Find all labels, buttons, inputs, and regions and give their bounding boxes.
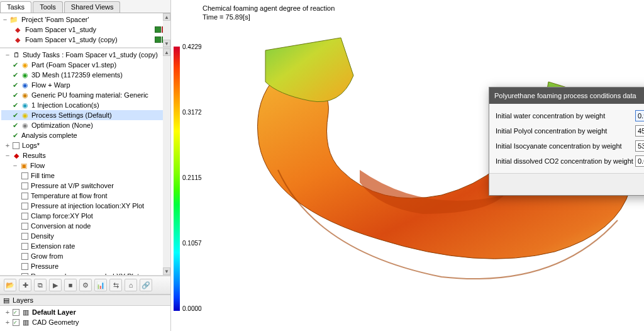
result-item-label: Ram speed, recommended:XY Plot — [31, 272, 139, 276]
flow-icon: ◉ — [21, 81, 29, 89]
flow-icon: ▣ — [20, 162, 28, 169]
results-node[interactable]: − ◆ Results — [1, 150, 170, 160]
tab-tools[interactable]: Tools — [33, 1, 63, 13]
new-icon[interactable]: ✚ — [19, 279, 31, 291]
result-item[interactable]: Pressure at injection location:XY Plot — [1, 201, 170, 211]
study-item[interactable]: ✔◉Generic PU foaming material: Generic — [1, 90, 170, 100]
viewport-3d[interactable]: Chemical foaming agent degree of reactio… — [171, 0, 644, 331]
study-item[interactable]: ✔◉Part (Foam Spacer v1.step) — [1, 60, 170, 70]
copy-icon[interactable]: ⧉ — [34, 279, 47, 291]
result-item[interactable]: Fill time — [1, 171, 170, 181]
result-title: Chemical foaming agent degree of reactio… — [203, 4, 335, 13]
expand-icon[interactable]: + — [4, 318, 11, 326]
logs-node[interactable]: + Logs* — [1, 140, 170, 150]
collapse-icon[interactable]: − — [1, 16, 9, 23]
checkbox[interactable] — [21, 223, 28, 230]
expand-icon[interactable]: + — [4, 308, 11, 316]
checkbox[interactable] — [21, 203, 28, 210]
run-icon[interactable]: ▶ — [49, 279, 62, 291]
study-item[interactable]: ✔◉Process Settings (Default) — [1, 110, 170, 120]
collapse-icon[interactable]: − — [4, 152, 11, 159]
check-icon: ✔ — [11, 121, 19, 129]
result-item-label: Fill time — [31, 172, 55, 179]
dialog-field-row: Initial dissolved CO2 concentration by w… — [496, 154, 644, 168]
field-input[interactable] — [635, 125, 644, 137]
link-icon[interactable]: 🔗 — [140, 279, 152, 291]
field-label: Initial dissolved CO2 concentration by w… — [496, 157, 635, 165]
tab-shared-views[interactable]: Shared Views — [64, 1, 121, 13]
scrollbar[interactable]: ▲ ▼ — [163, 48, 170, 275]
tab-tasks[interactable]: Tasks — [0, 1, 31, 13]
result-item[interactable]: Pressure at V/P switchover — [1, 181, 170, 191]
stop-icon[interactable]: ■ — [64, 279, 77, 291]
legend-tick: 0.0000 — [182, 305, 202, 312]
checkbox[interactable] — [21, 213, 28, 220]
result-item[interactable]: Extension rate — [1, 241, 170, 251]
chart-icon[interactable]: 📊 — [94, 279, 107, 291]
result-item[interactable]: Density — [1, 231, 170, 241]
result-item-label: Grow from — [31, 252, 63, 260]
study-item-label: Optimization (None) — [31, 121, 93, 129]
checkbox[interactable] — [21, 253, 28, 260]
result-item-label: Pressure at injection location:XY Plot — [31, 202, 144, 210]
flow-label: Flow — [30, 162, 45, 169]
study-header[interactable]: − 🗒 Study Tasks : Foam Spacer v1_study (… — [1, 50, 170, 60]
collapse-icon[interactable]: − — [4, 51, 11, 59]
field-input[interactable] — [635, 155, 644, 167]
project-study-1[interactable]: ◆ Foam Spacer v1_study — [1, 25, 170, 35]
part-icon: ◉ — [21, 61, 29, 69]
checkbox[interactable] — [21, 273, 28, 276]
checkbox[interactable] — [13, 319, 19, 326]
result-item[interactable]: Ram speed, recommended:XY Plot — [1, 271, 170, 276]
dialog-titlebar[interactable]: Polyurethane foaming process conditions … — [489, 87, 644, 104]
open-icon[interactable]: 📂 — [4, 279, 16, 291]
time-label: Time = 75.89[s] — [203, 13, 335, 21]
study-item[interactable]: ✔◉3D Mesh (1172359 elements) — [1, 70, 170, 80]
layer-row[interactable]: +▥Default Layer — [4, 307, 169, 317]
checkbox[interactable] — [21, 263, 28, 270]
result-item[interactable]: Clamp force:XY Plot — [1, 211, 170, 221]
result-item[interactable]: Grow from — [1, 251, 170, 261]
study-item-label: 3D Mesh (1172359 elements) — [31, 71, 123, 79]
scrollbar[interactable]: ▲ ▼ — [163, 13, 170, 47]
layers-header[interactable]: ▤ Layers — [0, 295, 170, 306]
checkbox[interactable] — [21, 243, 28, 250]
collapse-icon[interactable]: − — [11, 162, 19, 169]
checkbox[interactable] — [21, 182, 28, 189]
flow-group[interactable]: − ▣ Flow — [1, 160, 170, 171]
settings-icon[interactable]: ⚙ — [79, 279, 92, 291]
scroll-down-icon[interactable]: ▼ — [163, 40, 170, 47]
layers-panel: ▤ Layers +▥Default Layer+▥CAD Geometry — [0, 295, 170, 331]
project-study-2[interactable]: ◆ Foam Spacer v1_study (copy) — [1, 35, 170, 45]
checkbox[interactable] — [21, 233, 28, 240]
result-item[interactable]: Temperature at flow front — [1, 191, 170, 201]
check-icon: ✔ — [11, 101, 19, 109]
scroll-up-icon[interactable]: ▲ — [163, 48, 170, 56]
result-item[interactable]: Conversion at node — [1, 221, 170, 231]
checkbox[interactable] — [21, 172, 28, 179]
result-item-label: Density — [31, 232, 54, 240]
legend-bar — [174, 47, 180, 311]
checkbox[interactable] — [13, 142, 19, 149]
scroll-down-icon[interactable]: ▼ — [163, 267, 170, 275]
home-icon[interactable]: ⌂ — [125, 279, 137, 291]
check-icon: ✔ — [11, 111, 19, 119]
layer-icon: ▥ — [22, 318, 30, 326]
layer-row[interactable]: +▥CAD Geometry — [4, 317, 169, 327]
field-input[interactable] — [635, 140, 644, 152]
expand-icon[interactable]: + — [4, 142, 11, 149]
study-item[interactable]: ✔◉Optimization (None) — [1, 120, 170, 130]
project-root-label: Project 'Foam Spacer' — [20, 16, 89, 23]
compare-icon[interactable]: ⇆ — [109, 279, 122, 291]
field-input[interactable] — [635, 110, 644, 121]
scroll-up-icon[interactable]: ▲ — [163, 13, 170, 21]
viewport-heading: Chemical foaming agent degree of reactio… — [203, 4, 335, 21]
mat-icon: ◉ — [21, 91, 29, 99]
project-root[interactable]: − 📁 Project 'Foam Spacer' — [1, 14, 170, 25]
study-item[interactable]: ✔◉Flow + Warp — [1, 80, 170, 90]
result-item[interactable]: Pressure — [1, 261, 170, 271]
checkbox[interactable] — [13, 309, 19, 316]
app-root: Tasks Tools Shared Views − 📁 Project 'Fo… — [0, 0, 644, 331]
checkbox[interactable] — [21, 193, 28, 199]
study-item[interactable]: ✔◉1 Injection Location(s) — [1, 100, 170, 110]
